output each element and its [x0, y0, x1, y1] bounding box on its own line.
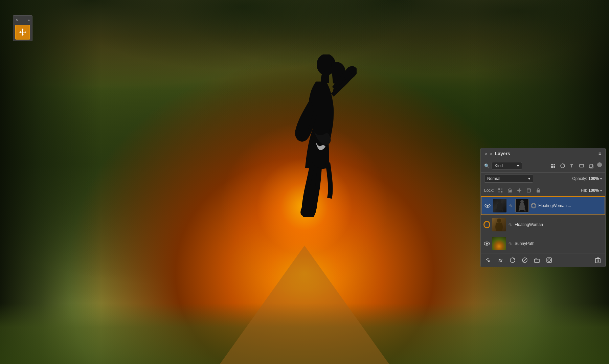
lock-image-icon[interactable]	[506, 187, 514, 194]
shape-filter-icon[interactable]	[578, 162, 585, 169]
layer-effect-icon	[531, 203, 536, 208]
fill-value[interactable]: 100%	[588, 188, 599, 193]
layer-name: FloatingWoman	[515, 222, 603, 227]
new-layer-fill-button[interactable]	[521, 256, 529, 264]
layer-visibility-toggle[interactable]	[484, 202, 491, 209]
new-group-button[interactable]	[533, 256, 541, 264]
layers-panel: × » Layers ≡ 🔍 Kind ▾ T	[480, 148, 606, 267]
pixel-filter-icon[interactable]	[550, 162, 557, 169]
svg-rect-50	[595, 258, 600, 263]
layer-active-indicator[interactable]	[483, 221, 490, 228]
lock-all-icon[interactable]	[535, 187, 542, 194]
filter-toggle[interactable]	[597, 162, 602, 167]
blend-mode-select[interactable]: Normal ▾	[484, 175, 533, 183]
svg-rect-13	[551, 166, 553, 168]
type-filter-icon[interactable]: T	[569, 162, 576, 169]
layer-link-icon	[509, 203, 513, 208]
smart-filter-icon[interactable]	[588, 162, 594, 169]
svg-rect-31	[537, 190, 540, 192]
panel-header: × » Layers ≡	[481, 148, 605, 159]
svg-point-37	[532, 204, 535, 207]
svg-marker-6	[19, 31, 21, 33]
add-layer-style-button[interactable]: fx	[496, 256, 504, 264]
svg-point-36	[520, 200, 524, 203]
svg-marker-8	[25, 31, 26, 33]
svg-point-25	[509, 190, 510, 191]
svg-text:T: T	[570, 164, 573, 168]
svg-point-33	[487, 205, 489, 207]
opacity-label: Opacity:	[572, 176, 587, 181]
path-perspective	[220, 246, 389, 364]
toolbar-expand-icon[interactable]: »	[28, 18, 30, 22]
lock-label: Lock:	[484, 188, 494, 193]
panel-menu-icon[interactable]: ≡	[599, 151, 601, 156]
layer-row[interactable]: FloatingWoman ...	[481, 196, 605, 215]
layer-thumbnail	[492, 237, 506, 250]
svg-marker-4	[22, 34, 24, 36]
svg-marker-2	[22, 28, 24, 30]
svg-rect-21	[501, 188, 502, 190]
fill-arrow[interactable]: ▾	[600, 189, 602, 192]
svg-rect-29	[527, 189, 531, 192]
svg-rect-23	[501, 191, 502, 192]
fill-group: Fill: 100% ▾	[581, 188, 602, 193]
svg-point-41	[486, 243, 488, 245]
fill-label: Fill:	[581, 188, 587, 193]
layer-mask-thumbnail	[515, 199, 529, 212]
svg-point-38	[497, 219, 501, 223]
svg-point-34	[498, 200, 501, 203]
lock-transparent-icon[interactable]	[497, 187, 504, 194]
svg-rect-14	[554, 166, 555, 168]
panel-title: Layers	[495, 151, 510, 156]
svg-rect-17	[580, 164, 584, 167]
opacity-arrow[interactable]: ▾	[600, 177, 602, 181]
layer-name: SunnyPath	[515, 241, 603, 246]
svg-line-46	[523, 258, 526, 262]
new-fill-adjustment-button[interactable]	[509, 256, 517, 264]
layer-link-icon	[508, 222, 513, 227]
toolbar: × »	[13, 15, 32, 41]
layer-name: FloatingWoman ...	[538, 203, 602, 208]
lock-position-icon[interactable]	[516, 187, 523, 194]
layer-thumbnail	[492, 218, 506, 231]
toolbar-header: × »	[15, 17, 31, 23]
layer-visibility-toggle[interactable]	[483, 240, 490, 247]
svg-rect-11	[551, 164, 553, 165]
svg-point-10	[22, 31, 23, 33]
toolbar-close-icon[interactable]: ×	[16, 18, 18, 22]
lock-artboard-icon[interactable]	[525, 187, 533, 194]
svg-rect-22	[498, 191, 500, 192]
kind-filter-select[interactable]: Kind ▾	[492, 162, 522, 169]
link-layers-button[interactable]	[484, 256, 492, 264]
svg-rect-48	[547, 258, 551, 263]
opacity-group: Opacity: 100% ▾	[536, 176, 602, 181]
layers-list: FloatingWoman ... FloatingWoman	[481, 196, 605, 253]
filter-search-icon[interactable]: 🔍	[484, 163, 490, 168]
layer-row[interactable]: FloatingWoman	[481, 215, 605, 234]
panel-close-icon[interactable]: ×	[485, 151, 488, 156]
kind-filter-icons: T	[524, 162, 602, 169]
svg-rect-12	[554, 164, 555, 165]
panel-expand-icon[interactable]: »	[490, 152, 492, 156]
adjustment-filter-icon[interactable]	[559, 162, 566, 169]
woman-silhouette	[282, 54, 357, 217]
add-mask-button[interactable]	[545, 256, 553, 264]
kind-filter-row: 🔍 Kind ▾ T	[481, 159, 605, 173]
delete-layer-button[interactable]	[594, 256, 602, 264]
panel-bottom: fx	[481, 253, 605, 267]
layer-row[interactable]: SunnyPath	[481, 234, 605, 253]
svg-point-49	[548, 259, 550, 261]
opacity-value[interactable]: 100%	[588, 176, 599, 181]
layer-thumbnail	[493, 199, 506, 212]
svg-rect-20	[498, 188, 500, 190]
lock-row: Lock: Fill: 1	[481, 185, 605, 196]
blend-mode-row: Normal ▾ Opacity: 100% ▾	[481, 173, 605, 185]
move-tool-button[interactable]	[15, 25, 30, 40]
layer-link-icon	[508, 241, 513, 246]
